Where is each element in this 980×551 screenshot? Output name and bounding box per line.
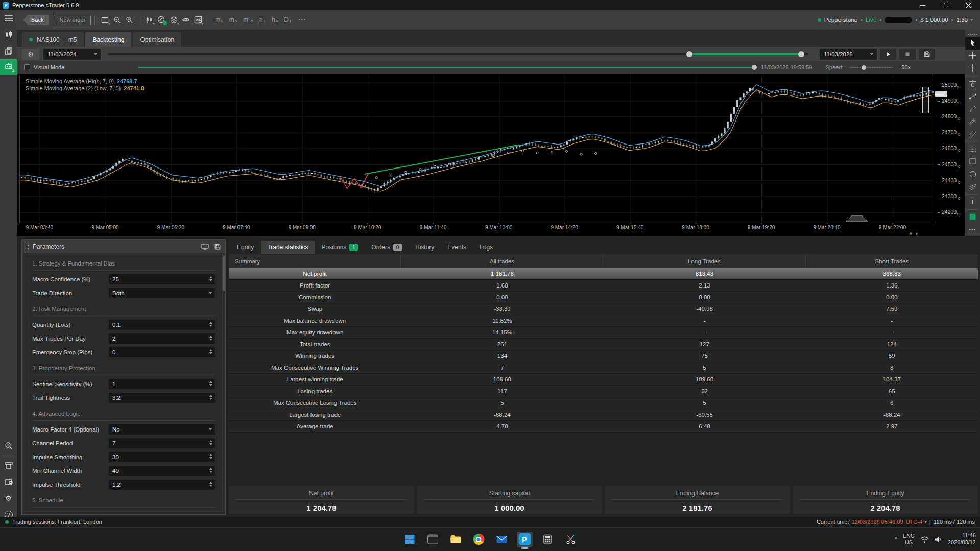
parameter-input[interactable]: 25 xyxy=(109,274,215,284)
tab-backtesting[interactable]: Backtesting xyxy=(85,32,131,47)
results-tab-trade-statistics[interactable]: Trade statistics xyxy=(261,241,314,254)
settings-gear-icon[interactable]: ⚙ xyxy=(0,490,17,507)
playback-progress[interactable] xyxy=(138,67,754,68)
fibonacci-tool-icon[interactable] xyxy=(965,142,980,155)
tab-optimisation[interactable]: Optimisation xyxy=(133,32,181,47)
table-row[interactable]: Largest losing trade-68.24-60.55-68.24 xyxy=(229,409,978,421)
panel-grip-icon[interactable] xyxy=(26,243,29,250)
save-parameters-icon[interactable] xyxy=(214,243,221,250)
table-row[interactable]: Average trade4.706.402.97 xyxy=(229,421,978,433)
range-handle-start[interactable] xyxy=(686,51,692,57)
more-tools-icon[interactable]: ••• xyxy=(965,223,980,236)
zoom-out-icon[interactable] xyxy=(111,14,123,26)
parameters-header[interactable]: Parameters xyxy=(22,240,225,253)
parameter-input[interactable]: 0.1 xyxy=(109,320,215,330)
start-button[interactable] xyxy=(402,532,417,547)
deposit-icon[interactable] xyxy=(0,458,17,474)
calculator-icon[interactable] xyxy=(540,532,555,547)
pencil-tool-icon[interactable] xyxy=(965,102,980,115)
results-tab-history[interactable]: History xyxy=(409,241,440,254)
chart-area[interactable]: Simple Moving Average (High, 7, 0)24768.… xyxy=(17,74,980,236)
back-button[interactable]: Back xyxy=(23,15,49,25)
pitchfork-tool-icon[interactable] xyxy=(965,128,980,140)
timeframe-m15-button[interactable]: m15 xyxy=(243,16,253,23)
visual-mode-checkbox[interactable] xyxy=(24,64,30,70)
parameter-input[interactable]: 2 xyxy=(109,333,215,344)
ma-high-label[interactable]: Simple Moving Average (High, 7, 0)24768.… xyxy=(26,78,137,84)
parameter-input[interactable]: 3.2 xyxy=(109,393,215,403)
ellipse-tool-icon[interactable] xyxy=(965,168,980,181)
popout-icon[interactable] xyxy=(201,243,209,250)
timeframe-h1-button[interactable]: h1 xyxy=(259,16,266,23)
table-row[interactable]: Profit factor1.682.131.36 xyxy=(229,280,978,292)
zoom-in-icon[interactable] xyxy=(123,14,135,26)
eye-icon[interactable] xyxy=(180,14,192,26)
backtest-settings-button[interactable]: ⚙ xyxy=(22,49,39,60)
charts-icon[interactable] xyxy=(0,27,17,43)
end-date-select[interactable]: 11/03/2026 xyxy=(820,49,877,60)
parameter-input[interactable]: 1.2 xyxy=(109,480,215,490)
table-row[interactable]: Max Consecutive Winning Trades758 xyxy=(229,362,978,374)
timezone-caret-icon[interactable]: ▾ xyxy=(925,520,927,524)
table-row[interactable]: Total trades251127124 xyxy=(229,339,978,350)
table-row[interactable]: Losing trades1175265 xyxy=(229,386,978,397)
menu-icon[interactable] xyxy=(0,10,17,27)
algo-robot-icon[interactable]: 1 xyxy=(0,59,17,75)
wallet-icon[interactable] xyxy=(0,474,17,490)
results-tab-orders[interactable]: Orders0 xyxy=(365,241,408,254)
anchor-tool-icon[interactable] xyxy=(965,77,980,90)
mail-app-icon[interactable] xyxy=(494,532,509,547)
chart-type-icon[interactable] xyxy=(143,14,155,26)
wifi-icon[interactable] xyxy=(920,536,929,543)
stop-button[interactable] xyxy=(899,49,916,60)
tab-symbol[interactable]: NAS100 m5 xyxy=(22,32,84,47)
ctrader-taskbar-icon[interactable]: P xyxy=(517,532,532,547)
timeframe-h4-button[interactable]: h4 xyxy=(272,16,278,23)
start-date-select[interactable]: 11/03/2024 xyxy=(43,49,101,60)
copy-trading-icon[interactable] xyxy=(0,43,17,59)
terminal-app-icon[interactable] xyxy=(425,532,440,547)
pointer-tool-icon[interactable] xyxy=(965,37,980,50)
timeframe-D1-button[interactable]: D1 xyxy=(284,16,291,23)
rectangle-tool-icon[interactable] xyxy=(965,155,980,168)
ma-low-label[interactable]: Simple Moving Average (2) (Low, 7, 0)247… xyxy=(26,85,144,91)
indicators-icon[interactable] xyxy=(155,14,168,26)
results-tab-events[interactable]: Events xyxy=(441,241,472,254)
close-button[interactable] xyxy=(957,0,980,10)
layout-icon[interactable] xyxy=(99,14,111,26)
table-row[interactable]: Max Consecutive Losing Trades556 xyxy=(229,397,978,409)
parameter-select[interactable]: Weekend_Shield xyxy=(109,511,215,512)
dot-crosshair-tool-icon[interactable] xyxy=(965,62,980,75)
timezone[interactable]: UTC-4 xyxy=(905,519,922,525)
chart-scroll-strip[interactable] xyxy=(19,232,934,235)
toolbar-grip[interactable] xyxy=(968,32,978,35)
taskbar-clock[interactable]: 11:46 2026/03/12 xyxy=(948,532,976,546)
save-button[interactable] xyxy=(919,49,935,60)
results-tab-logs[interactable]: Logs xyxy=(473,241,499,254)
speed-slider[interactable] xyxy=(849,67,893,68)
chart-plot[interactable]: Simple Moving Average (High, 7, 0)24768.… xyxy=(19,75,934,222)
table-row[interactable]: Commission0.000.000.00 xyxy=(229,292,978,303)
layers-icon[interactable] xyxy=(168,14,180,26)
text-tool-icon[interactable]: T xyxy=(965,196,980,208)
color-swatch-icon[interactable] xyxy=(965,211,980,224)
table-row[interactable]: Winning trades1347559 xyxy=(229,350,978,362)
snipping-tool-icon[interactable] xyxy=(563,532,578,547)
table-row[interactable]: Net profit1 181.76813.43368.33 xyxy=(229,268,978,280)
parameter-select[interactable]: No xyxy=(109,424,215,435)
chart-percent-badge[interactable] xyxy=(922,87,929,113)
restore-button[interactable] xyxy=(934,0,957,10)
scroll-arrow-icon[interactable] xyxy=(916,232,918,235)
parameter-input[interactable]: 7 xyxy=(109,438,215,448)
play-button[interactable] xyxy=(880,49,896,60)
table-row[interactable]: Max equity drawdown14.15%-- xyxy=(229,327,978,339)
symbol-search-icon[interactable] xyxy=(0,438,17,454)
parameter-input[interactable]: 30 xyxy=(109,452,215,462)
minimize-button[interactable] xyxy=(911,0,934,10)
date-range-slider[interactable] xyxy=(108,53,808,55)
playback-handle[interactable] xyxy=(752,65,757,70)
timeframe-m5-button[interactable]: m5 xyxy=(229,16,237,23)
more-timeframes-icon[interactable]: ••• xyxy=(298,17,306,22)
language-switcher[interactable]: ENG US xyxy=(903,533,915,545)
tray-expand-icon[interactable]: ^ xyxy=(895,536,897,542)
